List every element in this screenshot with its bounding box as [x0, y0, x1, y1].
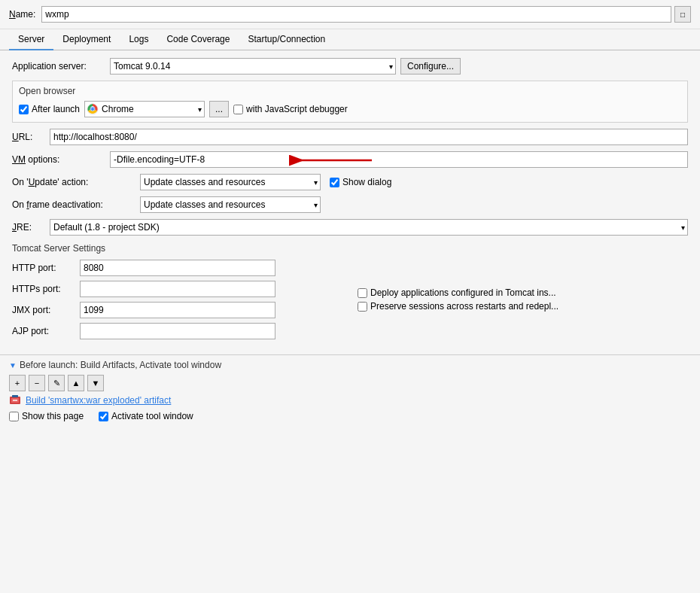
artifact-icon — [9, 394, 21, 406]
ajp-port-input[interactable] — [80, 323, 275, 339]
before-launch-header: ▼ Before launch: Build Artifacts, Activa… — [9, 360, 691, 370]
after-launch-checkbox[interactable] — [19, 105, 29, 114]
name-input[interactable] — [41, 6, 671, 23]
http-port-input[interactable] — [80, 260, 275, 276]
content-area: Application server: Tomcat 9.0.14 Config… — [0, 50, 700, 354]
http-port-row: HTTP port: — [12, 260, 342, 276]
on-frame-select[interactable]: Update classes and resources — [140, 196, 321, 213]
main-container: Name: □ Server Deployment Logs Code Cove… — [0, 0, 700, 593]
after-launch-label: After launch — [32, 104, 80, 114]
activate-tool-check-label[interactable]: Activate tool window — [99, 411, 193, 421]
app-server-row: Application server: Tomcat 9.0.14 Config… — [12, 58, 688, 75]
deploy-label: Deploy applications configured in Tomcat… — [370, 287, 556, 298]
app-server-label: Application server: — [12, 61, 110, 71]
window-button[interactable]: □ — [674, 6, 691, 23]
tabs-bar: Server Deployment Logs Code Coverage Sta… — [0, 29, 700, 50]
url-input[interactable] — [50, 129, 688, 145]
toolbar-row: + − ✎ ▲ ▼ — [9, 375, 691, 391]
edit-button[interactable]: ✎ — [48, 375, 65, 391]
tab-deployment[interactable]: Deployment — [53, 29, 120, 50]
tomcat-title: Tomcat Server Settings — [12, 243, 688, 254]
vm-options-label: VM options: — [12, 154, 110, 165]
tab-server[interactable]: Server — [9, 29, 53, 50]
add-button[interactable]: + — [9, 375, 26, 391]
http-port-label: HTTP port: — [12, 263, 80, 273]
ports-left: HTTP port: HTTPs port: JMX port: AJP por… — [12, 260, 342, 339]
collapse-icon[interactable]: ▼ — [9, 361, 17, 369]
js-debugger-checkbox-label[interactable]: with JavaScript debugger — [233, 104, 348, 114]
deploy-check-label[interactable]: Deploy applications configured in Tomcat… — [358, 287, 688, 298]
js-debugger-checkbox[interactable] — [233, 105, 243, 114]
jmx-port-row: JMX port: — [12, 302, 342, 318]
activate-tool-label: Activate tool window — [111, 411, 193, 421]
move-down-button[interactable]: ▼ — [87, 375, 104, 391]
on-frame-deactivation-row: On frame deactivation: Update classes an… — [12, 196, 688, 213]
jre-select[interactable]: Default (1.8 - project SDK) — [50, 219, 688, 236]
tab-startup-connection[interactable]: Startup/Connection — [239, 29, 334, 50]
js-debugger-label: with JavaScript debugger — [246, 104, 348, 114]
open-browser-title: Open browser — [19, 86, 681, 96]
on-update-select[interactable]: Update classes and resources — [140, 174, 321, 190]
https-port-row: HTTPs port: — [12, 281, 342, 297]
show-dialog-label: Show dialog — [342, 177, 391, 187]
browser-select-wrapper: Chrome — [84, 101, 205, 117]
artifact-row: Build 'smartwx:war exploded' artifact — [9, 394, 691, 406]
https-port-label: HTTPs port: — [12, 284, 80, 294]
vm-options-row: VM options: — [12, 151, 688, 168]
url-label: URL: — [12, 132, 50, 142]
tab-code-coverage[interactable]: Code Coverage — [157, 29, 239, 50]
tab-logs[interactable]: Logs — [120, 29, 157, 50]
after-launch-checkbox-label[interactable]: After launch — [19, 104, 80, 114]
show-page-label: Show this page — [22, 411, 84, 421]
move-up-button[interactable]: ▲ — [68, 375, 84, 391]
browser-dots-button[interactable]: ... — [209, 101, 229, 117]
svg-rect-9 — [12, 395, 18, 397]
on-frame-select-wrapper: Update classes and resources — [140, 196, 321, 213]
preserve-checkbox[interactable] — [358, 302, 367, 312]
jre-label: JRE: — [12, 222, 50, 233]
bottom-row: Show this page Activate tool window — [9, 411, 691, 421]
svg-rect-8 — [13, 400, 17, 401]
port-grid: HTTP port: HTTPs port: JMX port: AJP por… — [12, 260, 688, 339]
jmx-port-label: JMX port: — [12, 305, 80, 315]
on-update-select-wrapper: Update classes and resources — [140, 174, 321, 190]
preserve-check-label[interactable]: Preserve sessions across restarts and re… — [358, 301, 688, 312]
activate-tool-checkbox[interactable] — [99, 412, 108, 421]
vm-options-input[interactable] — [110, 151, 688, 168]
preserve-label: Preserve sessions across restarts and re… — [370, 301, 558, 312]
open-browser-section: Open browser After launch — [12, 81, 688, 123]
on-update-action-label: On 'Update' action: — [12, 177, 140, 187]
name-row: Name: □ — [0, 0, 700, 29]
jmx-port-input[interactable] — [80, 302, 275, 318]
browser-select[interactable]: Chrome — [84, 101, 205, 117]
show-page-checkbox[interactable] — [9, 412, 19, 421]
configure-button[interactable]: Configure... — [400, 58, 461, 75]
jre-row: JRE: Default (1.8 - project SDK) — [12, 219, 688, 236]
deploy-checkbox[interactable] — [358, 288, 367, 298]
jre-select-wrapper: Default (1.8 - project SDK) — [50, 219, 688, 236]
show-dialog-checkbox[interactable] — [330, 178, 339, 187]
app-server-select-wrapper: Tomcat 9.0.14 — [110, 58, 396, 75]
name-label: Name: — [9, 9, 35, 20]
on-frame-deactivation-label: On frame deactivation: — [12, 199, 140, 210]
show-page-check-label[interactable]: Show this page — [9, 411, 84, 421]
url-row: URL: — [12, 129, 688, 145]
before-launch-title: Before launch: Build Artifacts, Activate… — [20, 360, 221, 370]
tomcat-checks: Deploy applications configured in Tomcat… — [358, 260, 688, 339]
app-server-select[interactable]: Tomcat 9.0.14 — [110, 58, 396, 75]
browser-row: After launch — [19, 101, 681, 117]
show-dialog-checkbox-label[interactable]: Show dialog — [330, 177, 391, 187]
remove-button[interactable]: − — [29, 375, 45, 391]
on-update-action-row: On 'Update' action: Update classes and r… — [12, 174, 688, 190]
ajp-port-row: AJP port: — [12, 323, 342, 339]
ajp-port-label: AJP port: — [12, 326, 80, 336]
before-launch-section: ▼ Before launch: Build Artifacts, Activa… — [0, 354, 700, 426]
tomcat-section: Tomcat Server Settings HTTP port: HTTPs … — [12, 243, 688, 339]
https-port-input[interactable] — [80, 281, 275, 297]
artifact-label[interactable]: Build 'smartwx:war exploded' artifact — [26, 395, 171, 406]
